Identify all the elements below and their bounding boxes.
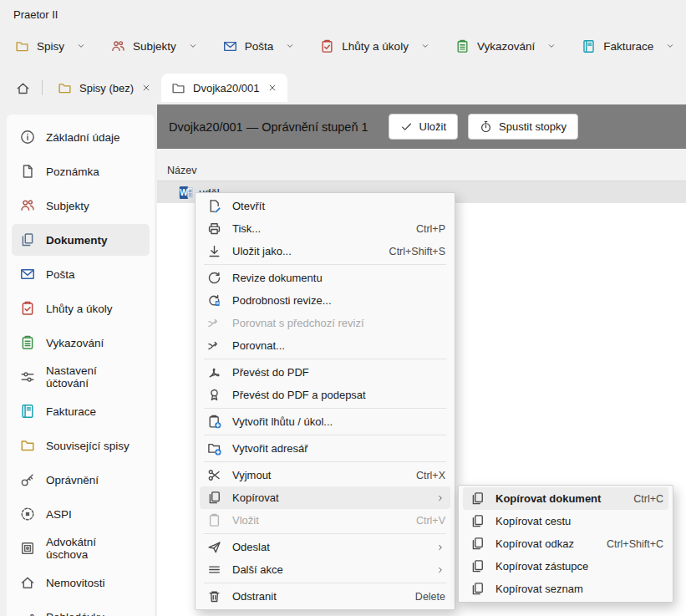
nav-item-label: Subjekty xyxy=(133,40,176,53)
sidebar-item-label: ASPI xyxy=(46,508,72,521)
sidebar-item-label: Subjekty xyxy=(46,200,89,212)
chevron-down-icon xyxy=(420,41,430,51)
nodes-icon xyxy=(20,609,35,616)
tab-dvojka20-001[interactable]: Dvojka20/001 xyxy=(161,74,287,102)
menu-item-ulozit-jako[interactable]: Uložit jako...Ctrl+Shift+S xyxy=(200,240,450,262)
clipboard-check-icon xyxy=(320,39,334,53)
printer-icon xyxy=(207,221,221,236)
menu-item-kopirovat-zastupce[interactable]: Kopírovat zástupce xyxy=(463,555,668,578)
report-icon xyxy=(455,39,470,53)
menu-item-kopirovat-cestu[interactable]: Kopírovat cestu xyxy=(463,510,668,532)
sidebar-item-posta[interactable]: Pošta xyxy=(12,258,150,290)
menu-item-label: Podrobnosti revize... xyxy=(232,294,434,307)
table-column-header-nazev[interactable]: Název xyxy=(157,149,686,181)
menu-item-label: Otevřít xyxy=(232,200,434,212)
menu-item-shortcut: Delete xyxy=(415,591,445,603)
menu-item-porovnat[interactable]: Porovnat... xyxy=(200,334,450,357)
menu-item-kopirovat[interactable]: Kopírovat xyxy=(200,486,450,509)
menu-item-label: Převést do PDF xyxy=(232,366,434,379)
menu-item-vytvorit-lhutu-ukol[interactable]: Vytvořit lhůtu / úkol... xyxy=(200,410,450,433)
people-icon xyxy=(111,39,125,53)
sidebar-item-subjekty[interactable]: Subjekty xyxy=(12,190,150,221)
menu-item-label: Kopírovat zástupce xyxy=(495,560,653,573)
compare-icon xyxy=(207,316,221,330)
sidebar-item-advokatni-uschova[interactable]: Advokátní úschova xyxy=(12,532,150,564)
clipboard-check-icon xyxy=(20,301,35,316)
sidebar-item-label: Nastavení účtování xyxy=(46,364,141,389)
menu-item-label: Kopírovat odkaz xyxy=(495,537,596,550)
menu-item-label: Vytvořit adresář xyxy=(232,442,434,455)
sidebar-item-poznamka[interactable]: Poznámka xyxy=(12,155,150,187)
nav-item-label: Fakturace xyxy=(603,40,653,53)
menu-item-odeslat[interactable]: Odeslat xyxy=(200,536,450,558)
menu-separator xyxy=(204,583,446,583)
primary-nav: SpisySubjektyPoštaLhůty a úkolyVykazován… xyxy=(0,30,686,62)
menu-separator xyxy=(204,461,446,462)
close-icon[interactable] xyxy=(267,83,277,93)
menu-item-podrobnosti-revize[interactable]: Podrobnosti revize... xyxy=(200,289,450,312)
sidebar-item-nemovitosti[interactable]: Nemovitosti xyxy=(12,567,150,598)
menu-item-kopirovat-dokument[interactable]: Kopírovat dokumentCtrl+C xyxy=(463,487,668,510)
menu-item-prevest-do-pdf[interactable]: Převést do PDF xyxy=(200,361,450,384)
sidebar-item-dokumenty[interactable]: Dokumenty xyxy=(12,224,150,256)
sidebar-item-zakladni-udaje[interactable]: Základní údaje xyxy=(12,121,150,153)
menu-item-prevest-do-pdf-a-podepsat[interactable]: Převést do PDF a podepsat xyxy=(200,384,450,406)
open-icon xyxy=(207,199,221,213)
menu-item-shortcut: Ctrl+Shift+S xyxy=(389,246,445,257)
nav-item-vykazovani[interactable]: Vykazování xyxy=(455,39,556,53)
nav-item-lhuty-a-ukoly[interactable]: Lhůty a úkoly xyxy=(320,39,430,53)
copy-icon xyxy=(470,537,485,551)
menu-item-kopirovat-odkaz[interactable]: Kopírovat odkazCtrl+Shift+C xyxy=(463,532,668,555)
nav-item-label: Pošta xyxy=(245,40,274,53)
close-icon[interactable] xyxy=(141,83,151,93)
sidebar-item-vykazovani[interactable]: Vykazování xyxy=(12,327,150,359)
menu-item-vytvorit-adresar[interactable]: Vytvořit adresář xyxy=(200,437,450,460)
menu-item-label: Převést do PDF a podepsat xyxy=(232,389,434,401)
nav-item-label: Vykazování xyxy=(477,40,535,53)
menu-item-shortcut: Ctrl+Shift+C xyxy=(607,538,663,550)
menu-item-kopirovat-seznam[interactable]: Kopírovat seznam xyxy=(463,578,668,600)
menu-item-label: Tisk... xyxy=(232,222,405,235)
header-buttons: Uložit Spustit stopky xyxy=(389,114,578,140)
sidebar-item-lhuty-a-ukoly[interactable]: Lhůty a úkoly xyxy=(12,293,150,324)
chevron-down-icon xyxy=(76,41,86,51)
sidebar-item-souvisejici-spisy[interactable]: Související spisy xyxy=(12,430,150,461)
chevron-right-icon xyxy=(435,542,445,552)
save-button[interactable]: Uložit xyxy=(389,114,459,140)
sidebar-item-label: Advokátní úschova xyxy=(46,536,141,561)
nav-item-subjekty[interactable]: Subjekty xyxy=(111,39,198,53)
menu-item-otevrit[interactable]: Otevřít xyxy=(200,195,450,217)
page-header: Dvojka20/001 — Oprávnění stupeň 1 Uložit… xyxy=(157,104,686,149)
tab-divider xyxy=(42,80,43,95)
sidebar-item-aspi[interactable]: ASPI xyxy=(12,498,150,530)
sidebar-item-fakturace[interactable]: Fakturace xyxy=(12,395,150,427)
tab-spisy-bez[interactable]: Spisy (bez) xyxy=(48,74,161,102)
menu-item-shortcut: Ctrl+P xyxy=(416,223,445,235)
home-button[interactable] xyxy=(8,74,37,102)
sidebar-item-pohledavky[interactable]: Pohledávky xyxy=(12,601,150,616)
menu-item-odstranit[interactable]: OdstranitDelete xyxy=(200,585,450,608)
app-title: Praetor II xyxy=(13,8,58,21)
menu-item-label: Kopírovat seznam xyxy=(495,583,653,595)
copy-icon xyxy=(470,491,485,506)
nav-item-posta[interactable]: Pošta xyxy=(223,39,296,53)
nav-item-fakturace[interactable]: Fakturace xyxy=(582,39,675,53)
folder-icon xyxy=(20,438,35,453)
sidebar-item-label: Dokumenty xyxy=(46,234,108,247)
menu-item-vlozit: VložitCtrl+V xyxy=(200,509,450,532)
copy-icon xyxy=(207,491,221,505)
menu-item-revize-dokumentu[interactable]: Revize dokumentu xyxy=(200,267,450,289)
sidebar-item-label: Vykazování xyxy=(46,337,104,349)
menu-item-vyjmout[interactable]: VyjmoutCtrl+X xyxy=(200,464,450,486)
svg-text:W: W xyxy=(180,188,188,197)
menu-separator xyxy=(204,533,446,534)
sidebar-item-opravneni[interactable]: Oprávnění xyxy=(12,464,150,496)
sidebar-item-label: Fakturace xyxy=(46,405,96,418)
start-stopwatch-button[interactable]: Spustit stopky xyxy=(468,114,578,140)
note-icon xyxy=(20,164,35,179)
menu-item-tisk[interactable]: Tisk...Ctrl+P xyxy=(200,217,450,240)
nav-item-spisy[interactable]: Spisy xyxy=(15,39,86,53)
sidebar-item-nastaveni-uctovani[interactable]: Nastavení účtování xyxy=(12,361,150,393)
menu-item-dalsi-akce[interactable]: Další akce xyxy=(200,558,450,581)
menu-item-shortcut: Ctrl+X xyxy=(416,470,445,481)
